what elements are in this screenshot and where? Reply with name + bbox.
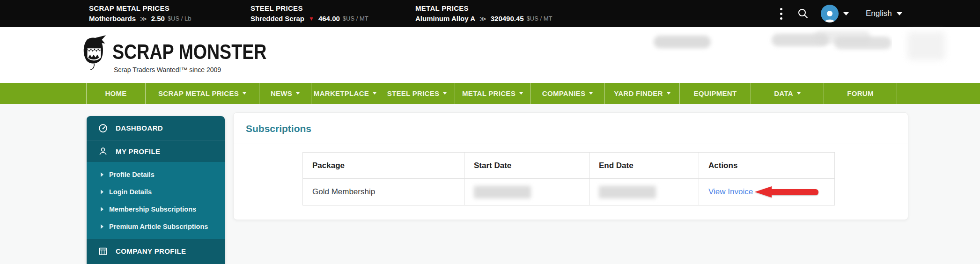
column-header-start-date: Start Date [464, 153, 589, 179]
nav-item-companies[interactable]: COMPANIES [531, 83, 605, 104]
sub-item-label: Login Details [109, 188, 152, 196]
nav-item-news[interactable]: NEWS [259, 83, 311, 104]
site-logo[interactable]: SCRAP MONSTER Scrap Traders Wanted!™ sin… [81, 34, 276, 73]
triangle-right-icon [101, 207, 103, 212]
my-profile-submenu: Profile Details Login Details Membership… [87, 162, 225, 239]
triangle-right-icon [101, 224, 103, 229]
ticker-item: Aluminum Alloy A [415, 15, 475, 22]
sidebar-item-label: DASHBOARD [116, 124, 163, 132]
ticker-item: Motherboards [89, 15, 136, 22]
building-icon [98, 247, 108, 256]
chevron-down-icon [897, 12, 902, 15]
sub-item-label: Premium Article Subscriptions [109, 223, 208, 230]
sidebar-item-my-profile[interactable]: MY PROFILE [87, 140, 225, 162]
user-icon [98, 147, 108, 156]
content-area: DASHBOARD MY PROFILE Profile Details Log… [0, 104, 980, 264]
view-invoice-link[interactable]: View Invoice [708, 187, 753, 197]
nav-fill [897, 83, 980, 104]
ticker-scrap-metal-prices[interactable]: SCRAP METAL PRICES Motherboards ≫ 2.50 $… [89, 4, 191, 22]
sidebar-subitem-login-details[interactable]: Login Details [87, 183, 225, 200]
ticker-metal-prices[interactable]: METAL PRICES Aluminum Alloy A ≫ 320490.4… [415, 4, 553, 22]
user-account-menu[interactable] [821, 5, 849, 22]
avatar[interactable] [821, 5, 839, 22]
top-ticker-bar: SCRAP METAL PRICES Motherboards ≫ 2.50 $… [0, 0, 980, 27]
search-icon[interactable] [797, 8, 809, 19]
subscriptions-card: Subscriptions Package Start Date End Dat… [233, 112, 908, 220]
language-selector[interactable]: English [866, 9, 902, 18]
ticker-unit: $US / MT [527, 15, 553, 22]
monster-logo-icon [81, 34, 108, 72]
ticker-steel-prices[interactable]: STEEL PRICES Shredded Scrap ▼ 464.00 $US… [251, 4, 368, 22]
nav-item-forum[interactable]: FORUM [824, 83, 897, 104]
sidebar-subitem-premium-article-subscriptions[interactable]: Premium Article Subscriptions [87, 218, 225, 235]
annotation-arrow-left-icon [755, 186, 818, 198]
nav-item-home[interactable]: HOME [87, 83, 146, 104]
nav-item-data[interactable]: DATA [751, 83, 824, 104]
nav-item-metal-prices[interactable]: METAL PRICES [455, 83, 531, 104]
nav-item-yard-finder[interactable]: YARD FINDER [605, 83, 680, 104]
nav-spacer [0, 83, 87, 104]
ticker-value: 320490.45 [491, 15, 524, 22]
redacted-start-date [474, 186, 531, 198]
dashboard-gauge-icon [98, 124, 108, 133]
ticker-item: Shredded Scrap [251, 15, 304, 22]
account-sidebar: DASHBOARD MY PROFILE Profile Details Log… [87, 116, 225, 264]
cell-package: Gold Membership [303, 179, 464, 205]
ticker-value: 2.50 [151, 15, 165, 22]
language-label: English [866, 9, 892, 18]
column-header-actions: Actions [699, 153, 834, 179]
main-navigation: HOME SCRAP METAL PRICES NEWS MARKETPLACE… [0, 83, 980, 104]
nav-item-equipment[interactable]: EQUIPMENT [680, 83, 751, 104]
sidebar-item-dashboard[interactable]: DASHBOARD [87, 116, 225, 140]
sub-item-label: Membership Subscriptions [109, 205, 196, 213]
site-header: SCRAP MONSTER Scrap Traders Wanted!™ sin… [0, 27, 980, 83]
logo-tagline: Scrap Traders Wanted!™ since 2009 [114, 66, 276, 73]
sidebar-item-company-profile[interactable]: COMPANY PROFILE [87, 239, 225, 263]
ticker-category: SCRAP METAL PRICES [89, 4, 191, 12]
ticker-category: STEEL PRICES [251, 4, 368, 12]
column-header-package: Package [303, 153, 464, 179]
ticker-value: 464.00 [318, 15, 340, 22]
double-chevron-right-icon: ≫ [479, 15, 486, 22]
cell-start-date [464, 179, 589, 205]
column-header-end-date: End Date [589, 153, 699, 179]
kebab-menu-icon[interactable] [778, 6, 784, 22]
ticker-unit: $US / Lb [168, 15, 192, 22]
nav-item-scrap-metal-prices[interactable]: SCRAP METAL PRICES [146, 83, 259, 104]
ad-banner-secondary [907, 32, 945, 60]
sub-item-label: Profile Details [109, 171, 155, 178]
logo-title: SCRAP MONSTER [112, 40, 266, 64]
ad-banner[interactable] [651, 29, 892, 66]
triangle-right-icon [101, 172, 103, 177]
double-chevron-right-icon: ≫ [140, 15, 147, 22]
ticker-category: METAL PRICES [415, 4, 553, 12]
cell-end-date [589, 179, 699, 205]
subscriptions-table: Package Start Date End Date Actions Gold… [302, 152, 835, 205]
triangle-right-icon [101, 190, 103, 194]
sidebar-subitem-profile-details[interactable]: Profile Details [87, 166, 225, 183]
sidebar-item-label: COMPANY PROFILE [116, 247, 186, 255]
sidebar-subitem-membership-subscriptions[interactable]: Membership Subscriptions [87, 200, 225, 218]
chevron-down-icon [843, 12, 849, 15]
cell-actions: View Invoice [699, 179, 834, 205]
ticker-unit: $US / MT [343, 15, 368, 22]
redacted-end-date [599, 186, 656, 198]
nav-item-steel-prices[interactable]: STEEL PRICES [379, 83, 455, 104]
card-divider [234, 144, 908, 144]
nav-item-marketplace[interactable]: MARKETPLACE [311, 83, 379, 104]
page-title: Subscriptions [234, 113, 908, 144]
down-arrow-red-icon: ▼ [309, 15, 314, 22]
sidebar-item-label: MY PROFILE [116, 147, 160, 155]
